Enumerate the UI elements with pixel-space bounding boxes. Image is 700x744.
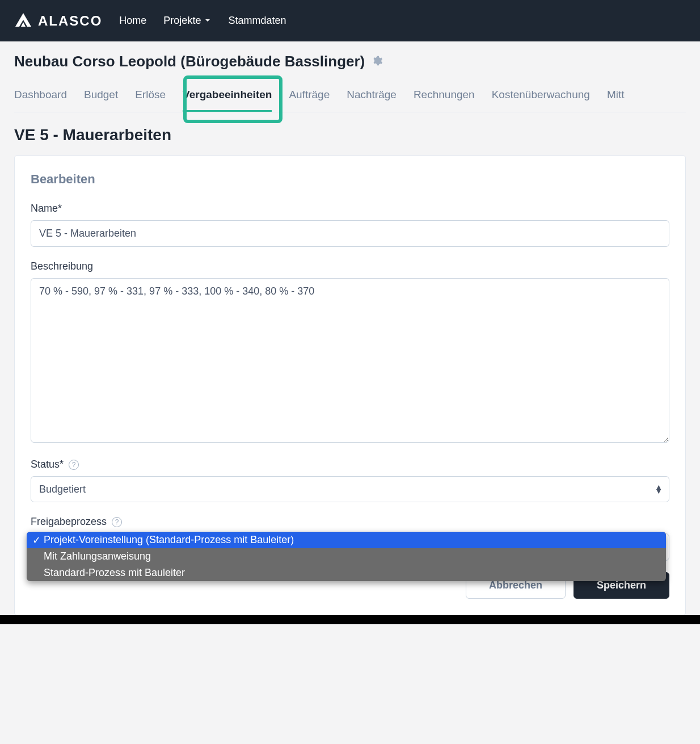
freigabe-option-projekt-voreinstellung[interactable]: Projekt-Voreinstellung (Standard-Prozess… (27, 532, 666, 548)
freigabe-label: Freigabeprozess ? (31, 516, 669, 528)
tab-rechnungen[interactable]: Rechnungen (414, 84, 475, 112)
top-navigation: ALASCO Home Projekte Stammdaten (0, 0, 700, 41)
beschreibung-label: Beschreibung (31, 260, 669, 272)
nav-projekte[interactable]: Projekte (163, 15, 211, 27)
card-title: Bearbeiten (31, 172, 669, 187)
tab-bar: Dashboard Budget Erlöse Vergabeeinheiten… (14, 84, 686, 112)
help-icon[interactable]: ? (112, 517, 122, 527)
primary-nav: Home Projekte Stammdaten (119, 15, 286, 27)
freigabe-option-zahlungsanweisung[interactable]: Mit Zahlungsanweisung (27, 548, 666, 565)
status-select[interactable]: Budgetiert (31, 476, 669, 502)
form-group-beschreibung: Beschreibung (31, 260, 669, 445)
status-label: Status* ? (31, 459, 669, 470)
tab-mitt[interactable]: Mitt (607, 84, 625, 112)
form-group-name: Name* (31, 203, 669, 247)
tab-auftraege[interactable]: Aufträge (289, 84, 330, 112)
chevron-down-icon (204, 15, 211, 27)
page-title: Neubau Corso Leopold (Bürogebäude Bassli… (14, 53, 365, 70)
name-label: Name* (31, 203, 669, 215)
section-title: VE 5 - Mauerarbeiten (14, 126, 686, 144)
nav-projekte-label: Projekte (163, 15, 201, 27)
page-content: Neubau Corso Leopold (Bürogebäude Bassli… (0, 41, 700, 615)
beschreibung-textarea[interactable] (31, 278, 669, 443)
tab-nachtraege[interactable]: Nachträge (347, 84, 397, 112)
form-group-freigabe: Freigabeprozess ? Projekt-Voreinstellung… (31, 516, 669, 561)
tab-vergabeeinheiten[interactable]: Vergabeeinheiten (183, 84, 272, 112)
freigabe-option-standard-bauleiter[interactable]: Standard-Prozess mit Bauleiter (27, 565, 666, 581)
tab-kostenueberwachung[interactable]: Kostenüberwachung (492, 84, 590, 112)
name-input[interactable] (31, 220, 669, 247)
freigabe-dropdown-menu: Projekt-Voreinstellung (Standard-Prozess… (27, 532, 666, 581)
logo-icon (14, 12, 32, 30)
gear-icon[interactable] (372, 55, 383, 69)
nav-stammdaten[interactable]: Stammdaten (228, 15, 286, 27)
form-group-status: Status* ? Budgetiert ▲▼ (31, 459, 669, 502)
brand-logo[interactable]: ALASCO (14, 12, 102, 30)
page-header: Neubau Corso Leopold (Bürogebäude Bassli… (14, 53, 686, 70)
freigabe-select[interactable]: Projekt-Voreinstellung (Standard-Prozess… (31, 533, 669, 561)
brand-name: ALASCO (38, 13, 102, 29)
tab-budget[interactable]: Budget (84, 84, 118, 112)
tab-dashboard[interactable]: Dashboard (14, 84, 67, 112)
help-icon[interactable]: ? (69, 460, 79, 470)
tab-erloese[interactable]: Erlöse (135, 84, 166, 112)
footer-bar (0, 615, 700, 624)
edit-card: Bearbeiten Name* Beschreibung Status* ? … (14, 155, 686, 615)
nav-home[interactable]: Home (119, 15, 146, 27)
